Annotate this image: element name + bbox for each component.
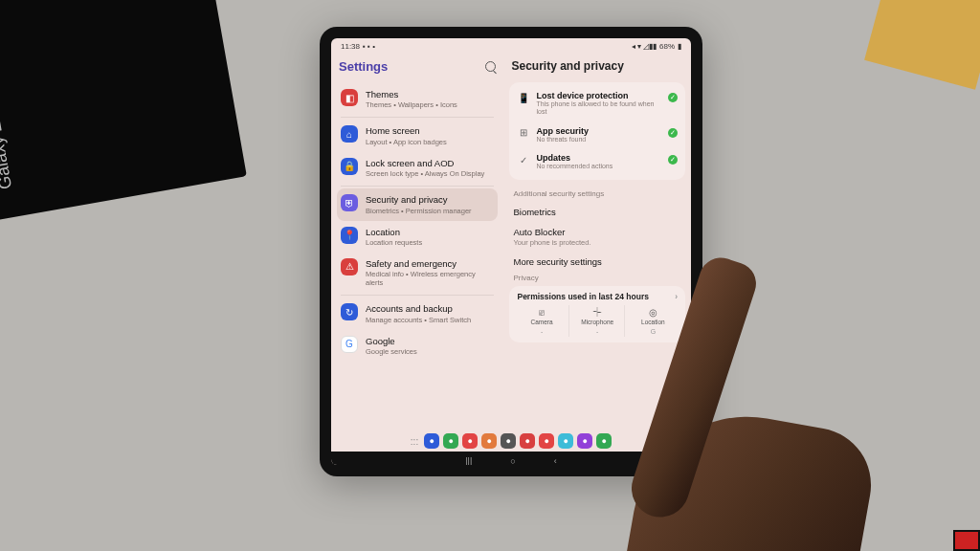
item-label: Safety and emergency (366, 258, 494, 269)
item-label: Themes (366, 89, 494, 99)
shield-icon: ⛨ (341, 194, 358, 211)
detail-pane: Security and privacy 📱 Lost device prote… (503, 54, 691, 429)
status-ok-icon: ✓ (668, 155, 678, 165)
dock-app-icon[interactable]: ● (424, 433, 439, 449)
perm-icon: ⏆ (571, 307, 624, 318)
dock-app-icon[interactable]: ● (539, 433, 554, 449)
item-sub: Layout • App icon badges (366, 138, 494, 146)
screen: 11:38 ▪ ▪ • ◂ ▾ ◿▮▮ 68% ▮ Settings ◧ The… (331, 38, 691, 465)
nav-recents[interactable]: ||| (465, 456, 472, 465)
item-label: Home screen (366, 125, 494, 136)
item-label: Lock screen and AOD (366, 158, 494, 168)
apps-drawer-icon[interactable]: ::: (411, 436, 418, 447)
nav-home[interactable]: ○ (510, 456, 515, 465)
status-indicator-icon: ▪ ▪ • (363, 42, 375, 51)
status-row-icon: 📱 (517, 91, 530, 104)
item-label: Google (366, 336, 494, 346)
nav-back[interactable]: ‹ (554, 456, 557, 465)
navigation-area: :::●●●●●●●●●● ||| ○ ‹ (331, 429, 691, 465)
dock-app-icon[interactable]: ● (558, 433, 573, 449)
settings-list-pane: Settings ◧ Themes Themes • Wallpapers • … (331, 54, 503, 429)
dock-app-icon[interactable]: ● (481, 433, 497, 449)
item-label: Accounts and backup (366, 303, 494, 314)
dock-app-icon[interactable]: ● (501, 433, 516, 449)
security-row[interactable]: Biometrics (509, 202, 685, 222)
taskbar-dock: :::●●●●●●●●●● (331, 430, 691, 452)
themes-icon: ◧ (341, 89, 358, 106)
settings-item-google[interactable]: G Google Google services (337, 330, 498, 362)
perm-icon: ⎚ (515, 307, 568, 318)
settings-item-backup[interactable]: ↻ Accounts and backup Manage accounts • … (337, 298, 498, 329)
item-label: Security and privacy (366, 194, 494, 205)
perm-cell[interactable]: ◎LocationG (627, 305, 679, 337)
status-time: 11:38 (341, 42, 360, 51)
security-row[interactable]: Auto BlockerYour phone is protected. (509, 222, 685, 252)
status-row[interactable]: 📱 Lost device protection This phone is a… (511, 86, 683, 121)
permissions-title: Permissions used in last 24 hours (517, 292, 648, 301)
product-box-prop: Galaxy Z Fold6 (0, 0, 247, 223)
security-row[interactable]: More security settings (509, 252, 685, 272)
section-header-additional: Additional security settings (509, 187, 685, 202)
lock-icon: 🔒 (341, 158, 358, 175)
device-frame: 11:38 ▪ ▪ • ◂ ▾ ◿▮▮ 68% ▮ Settings ◧ The… (320, 27, 702, 476)
settings-title: Settings (339, 59, 388, 74)
dock-app-icon[interactable]: ● (462, 433, 478, 449)
battery-text: 68% (659, 42, 675, 51)
status-row[interactable]: ✓ Updates No recommended actions ✓ (511, 148, 683, 175)
status-ok-icon: ✓ (668, 128, 678, 138)
chevron-right-icon: › (675, 292, 678, 301)
settings-item-pin[interactable]: 📍 Location Location requests (337, 221, 498, 253)
perm-icon: ◎ (627, 307, 679, 318)
settings-item-home[interactable]: ⌂ Home screen Layout • App icon badges (337, 120, 498, 151)
security-status-card: 📱 Lost device protection This phone is a… (509, 82, 685, 180)
home-icon: ⌂ (341, 125, 358, 143)
perm-cell[interactable]: ⏆Microphone- (571, 305, 625, 337)
youtube-badge (953, 530, 980, 551)
settings-item-lock[interactable]: 🔒 Lock screen and AOD Screen lock type •… (337, 152, 498, 184)
safety-icon: ⚠ (341, 258, 358, 276)
item-sub: Manage accounts • Smart Switch (366, 316, 494, 324)
item-sub: Google services (366, 347, 494, 356)
network-icon: ◂ ▾ ◿▮▮ (632, 42, 657, 51)
status-row[interactable]: ⊞ App security No threats found ✓ (511, 121, 683, 148)
battery-icon: ▮ (678, 42, 681, 51)
permissions-card[interactable]: Permissions used in last 24 hours › ⎚Cam… (509, 286, 685, 342)
dock-app-icon[interactable]: ● (443, 433, 458, 449)
item-sub: Medical info • Wireless emergency alerts (366, 270, 494, 287)
wooden-prop (864, 0, 980, 90)
item-sub: Location requests (366, 238, 494, 247)
settings-item-themes[interactable]: ◧ Themes Themes • Wallpapers • Icons (337, 83, 498, 115)
item-label: Location (366, 227, 494, 237)
status-bar: 11:38 ▪ ▪ • ◂ ▾ ◿▮▮ 68% ▮ (331, 38, 691, 54)
google-icon: G (341, 336, 358, 353)
status-row-icon: ⊞ (517, 126, 530, 140)
perm-cell[interactable]: ⎚Camera- (515, 305, 568, 337)
settings-item-safety[interactable]: ⚠ Safety and emergency Medical info • Wi… (337, 253, 498, 293)
dock-app-icon[interactable]: ● (577, 433, 592, 449)
item-sub: Themes • Wallpapers • Icons (366, 100, 494, 109)
search-icon[interactable] (485, 61, 496, 72)
item-sub: Screen lock type • Always On Display (366, 169, 494, 178)
dock-app-icon[interactable]: ● (596, 433, 612, 449)
status-ok-icon: ✓ (668, 93, 678, 102)
pin-icon: 📍 (341, 227, 358, 244)
detail-title: Security and privacy (511, 59, 623, 73)
settings-item-shield[interactable]: ⛨ Security and privacy Biometrics • Perm… (337, 188, 498, 220)
backup-icon: ↻ (341, 303, 358, 320)
status-row-icon: ✓ (517, 153, 530, 166)
item-sub: Biometrics • Permission manager (366, 207, 494, 215)
section-header-privacy: Privacy (509, 272, 685, 286)
dock-app-icon[interactable]: ● (520, 433, 535, 449)
